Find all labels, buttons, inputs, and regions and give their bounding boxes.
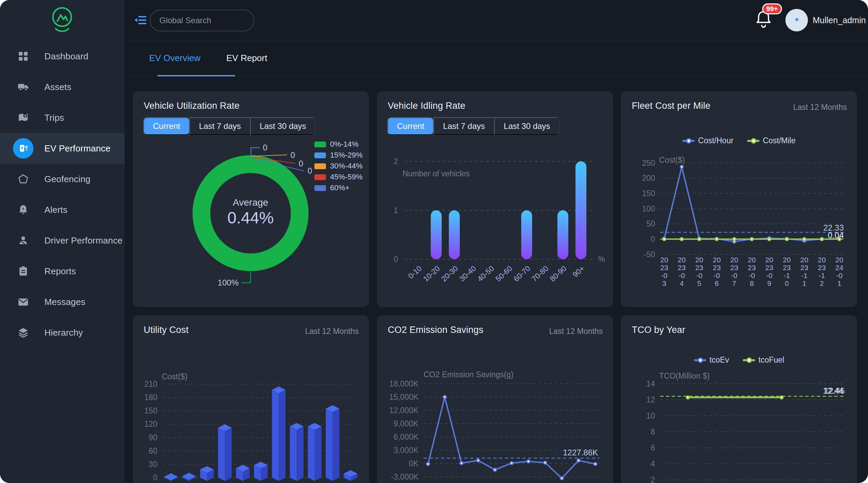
sidebar-item-ev-performance[interactable]: EV Performance — [0, 133, 125, 164]
username[interactable]: Mullen_admin — [813, 0, 866, 40]
sidebar-item-assets[interactable]: Assets — [0, 72, 125, 102]
legend-swatch — [314, 174, 326, 180]
sidebar-item-dashboard[interactable]: Dashboard — [0, 41, 125, 72]
tab-ev-overview[interactable]: EV Overview — [149, 40, 200, 76]
card-co2-emission-savings: CO2 Emission Savings Last 12 Months CO2 … — [377, 315, 613, 483]
search-input[interactable] — [151, 15, 266, 26]
card-fleet-cost-per-mile: Fleet Cost per Mile Last 12 Months Cost/… — [621, 91, 857, 307]
svg-text:20: 20 — [800, 256, 808, 264]
svg-text:4: 4 — [651, 459, 655, 468]
truck-icon — [17, 81, 29, 93]
svg-text:Cost($): Cost($) — [162, 372, 187, 381]
svg-text:0.04: 0.04 — [828, 231, 844, 240]
svg-text:0: 0 — [263, 143, 267, 152]
utilization-legend: 0%-14%15%-29%30%-44%45%-59%60%+ — [314, 139, 362, 193]
svg-text:8: 8 — [750, 279, 754, 287]
svg-text:%: % — [598, 255, 605, 264]
sidebar-item-label: Dashboard — [44, 51, 88, 62]
svg-text:23: 23 — [730, 264, 738, 272]
svg-text:12,000K: 12,000K — [389, 406, 418, 415]
utilization-donut-chart: 0000100%Average0.44% — [133, 91, 369, 307]
tco-line-chart: TCO(Million $)141210864212.4512.44 — [621, 315, 857, 483]
svg-text:40-50: 40-50 — [476, 264, 496, 283]
svg-text:10: 10 — [646, 411, 655, 420]
svg-text:6: 6 — [715, 279, 719, 287]
sidebar-item-label: Assets — [44, 82, 71, 92]
svg-text:10-20: 10-20 — [422, 264, 442, 283]
svg-text:20: 20 — [835, 256, 843, 264]
svg-text:23: 23 — [748, 264, 756, 272]
legend-item[interactable]: 45%-59% — [314, 172, 362, 182]
svg-text:150: 150 — [144, 406, 157, 415]
svg-text:70-80: 70-80 — [530, 264, 550, 283]
legend-swatch — [314, 163, 326, 169]
svg-text:Number of vehicles: Number of vehicles — [402, 169, 470, 178]
sidebar-item-messages[interactable]: Messages — [0, 287, 125, 317]
topbar: 99+ Mullen_admin — [125, 0, 868, 41]
bell-icon — [17, 204, 29, 216]
app-window: DashboardAssetsTripsEV PerformanceGeofen… — [0, 0, 868, 483]
svg-text:12: 12 — [646, 395, 655, 404]
svg-text:5: 5 — [697, 279, 701, 287]
legend-label: 30%-44% — [330, 162, 362, 171]
legend-label: 15%-29% — [330, 151, 362, 160]
sidebar-item-label: Reports — [44, 266, 76, 277]
svg-text:0: 0 — [153, 473, 157, 482]
legend-swatch — [314, 152, 326, 158]
svg-text:1: 1 — [802, 279, 807, 287]
svg-text:30-40: 30-40 — [458, 264, 478, 283]
svg-text:90: 90 — [148, 433, 157, 442]
legend-item[interactable]: 60%+ — [314, 182, 362, 193]
svg-text:23: 23 — [818, 264, 826, 272]
svg-text:80-90: 80-90 — [548, 264, 568, 283]
global-search — [150, 10, 254, 31]
sidebar-item-label: Hierarchy — [44, 327, 83, 338]
svg-text:120: 120 — [144, 420, 157, 428]
legend-item[interactable]: 0%-14% — [314, 139, 362, 150]
svg-text:250: 250 — [642, 159, 655, 167]
svg-text:CO2 Emission Savings(g): CO2 Emission Savings(g) — [424, 370, 513, 379]
svg-text:20: 20 — [713, 256, 721, 264]
tab-label: EV Overview — [149, 53, 200, 63]
sidebar-item-alerts[interactable]: Alerts — [0, 194, 125, 225]
legend-item[interactable]: 30%-44% — [314, 161, 362, 172]
sidebar-item-reports[interactable]: Reports — [0, 256, 125, 287]
notification-badge: 99+ — [762, 3, 782, 14]
legend-item[interactable]: 15%-29% — [314, 150, 362, 161]
svg-text:2: 2 — [651, 475, 655, 483]
tab-label: EV Report — [226, 53, 267, 63]
card-vehicle-utilization-rate: Vehicle Utilization Rate CurrentLast 7 d… — [133, 91, 369, 307]
svg-text:1: 1 — [837, 279, 841, 287]
sidebar-item-hierarchy[interactable]: Hierarchy — [0, 317, 125, 348]
svg-text:0-10: 0-10 — [407, 264, 423, 280]
svg-text:20: 20 — [748, 256, 756, 264]
svg-text:1: 1 — [394, 206, 398, 215]
svg-text:14: 14 — [646, 379, 655, 388]
svg-text:TCO(Million $): TCO(Million $) — [659, 371, 710, 380]
svg-text:-0: -0 — [714, 272, 720, 279]
svg-text:23: 23 — [678, 264, 686, 272]
sidebar-item-geofencing[interactable]: Geofencing — [0, 164, 125, 194]
svg-text:50: 50 — [646, 219, 655, 228]
svg-text:20: 20 — [678, 256, 686, 264]
collapse-sidebar-icon[interactable] — [134, 15, 146, 25]
svg-text:20: 20 — [660, 256, 668, 264]
legend-swatch — [314, 185, 326, 191]
ev-charger-icon — [13, 138, 33, 159]
tab-ev-report[interactable]: EV Report — [226, 40, 267, 76]
svg-text:-0: -0 — [836, 272, 843, 279]
sidebar-item-trips[interactable]: Trips — [0, 102, 125, 133]
legend-label: 0%-14% — [330, 140, 358, 149]
sidebar-item-driver-performance[interactable]: Driver Performance — [0, 225, 125, 256]
svg-text:20: 20 — [818, 256, 826, 264]
co2-savings-line-chart: CO2 Emission Savings(g)18,000K15,000K12,… — [377, 315, 613, 483]
svg-text:3,000K: 3,000K — [394, 446, 419, 455]
avatar[interactable] — [785, 9, 808, 31]
svg-text:9: 9 — [767, 279, 771, 287]
svg-text:20: 20 — [730, 256, 738, 264]
svg-text:180: 180 — [144, 393, 157, 402]
layers-icon — [17, 327, 29, 338]
tabs-bar: EV Overview EV Report — [125, 40, 868, 76]
driver-icon — [17, 235, 29, 246]
svg-text:0.44%: 0.44% — [227, 209, 274, 227]
